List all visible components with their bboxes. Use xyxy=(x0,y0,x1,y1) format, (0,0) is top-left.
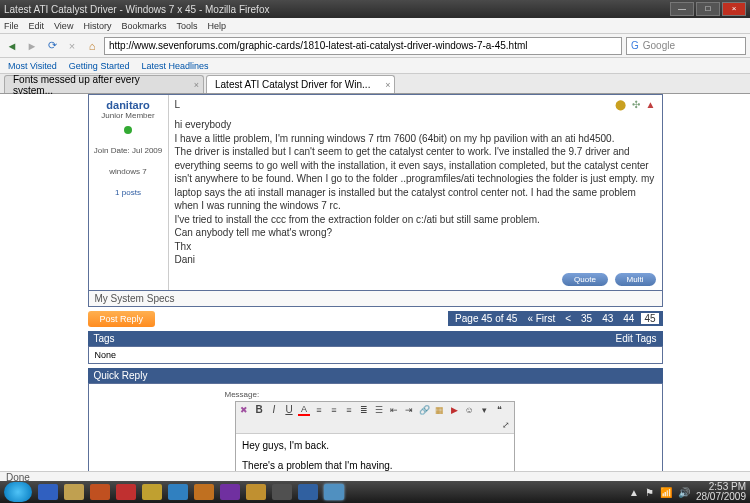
quote-button[interactable]: Quote xyxy=(562,273,608,286)
home-button[interactable]: ⌂ xyxy=(84,38,100,54)
reload-button[interactable]: ⟳ xyxy=(44,38,60,54)
taskbar-yahoo-icon[interactable] xyxy=(220,484,240,500)
menu-edit[interactable]: Edit xyxy=(29,21,45,31)
list-unordered-icon[interactable]: ☰ xyxy=(373,404,385,416)
browser-menubar: File Edit View History Bookmarks Tools H… xyxy=(0,18,750,34)
bookmark-getting-started[interactable]: Getting Started xyxy=(69,61,130,71)
more-icon[interactable]: ▾ xyxy=(478,404,490,416)
post-username[interactable]: danitaro xyxy=(93,99,164,111)
clock-date[interactable]: 28/07/2009 xyxy=(696,492,746,502)
page-link[interactable]: 43 xyxy=(599,313,616,324)
expand-icon[interactable]: ⤢ xyxy=(500,419,512,431)
color-icon[interactable]: A xyxy=(298,404,310,416)
browser-search[interactable]: G Google xyxy=(626,37,746,55)
close-icon[interactable]: × xyxy=(385,80,390,90)
list-ordered-icon[interactable]: ≣ xyxy=(358,404,370,416)
pagination: Page 45 of 45 « First < 35 43 44 45 xyxy=(448,311,662,326)
indent-icon[interactable]: ⇥ xyxy=(403,404,415,416)
align-left-icon[interactable]: ≡ xyxy=(313,404,325,416)
taskbar-firefox-icon[interactable] xyxy=(90,484,110,500)
tray-volume-icon[interactable]: 🔊 xyxy=(678,487,690,498)
browser-toolbar: ◄ ► ⟳ × ⌂ http://www.sevenforums.com/gra… xyxy=(0,34,750,58)
tray-flag-icon[interactable]: ⚑ xyxy=(645,487,654,498)
system-tray: ▲ ⚑ 📶 🔊 2:53 PM 28/07/2009 xyxy=(629,482,746,502)
print-icon[interactable]: ✣ xyxy=(632,99,640,110)
menu-tools[interactable]: Tools xyxy=(176,21,197,31)
taskbar-chrome-icon[interactable] xyxy=(142,484,162,500)
coin-icon[interactable]: ⬤ xyxy=(615,99,626,110)
editor-toolbar: ✖ B I U A ≡ ≡ ≡ ≣ ☰ ⇤ ⇥ 🔗 ▦ ▶ ☺ ▾ xyxy=(236,402,514,434)
edit-tags-link[interactable]: Edit Tags xyxy=(616,333,657,344)
taskbar-opera-icon[interactable] xyxy=(116,484,136,500)
editor-line: There's a problem that I'm having. xyxy=(242,460,508,471)
search-engine-label: Google xyxy=(643,40,675,51)
back-button[interactable]: ◄ xyxy=(4,38,20,54)
underline-icon[interactable]: U xyxy=(283,404,295,416)
smiley-icon[interactable]: ☺ xyxy=(463,404,475,416)
menu-help[interactable]: Help xyxy=(207,21,226,31)
quote-tool-icon[interactable]: ❝ xyxy=(493,404,505,416)
page-prev[interactable]: < xyxy=(562,313,574,324)
tray-network-icon[interactable]: 📶 xyxy=(660,487,672,498)
align-right-icon[interactable]: ≡ xyxy=(343,404,355,416)
close-button[interactable]: × xyxy=(722,2,746,16)
post-reply-button[interactable]: Post Reply xyxy=(88,311,156,327)
minimize-button[interactable]: — xyxy=(670,2,694,16)
browser-tabs: Fonts messed up after every system... × … xyxy=(0,74,750,94)
start-button[interactable] xyxy=(4,482,32,502)
tab-ati-driver[interactable]: Latest ATI Catalyst Driver for Win... × xyxy=(206,75,395,93)
tags-header: Tags Edit Tags xyxy=(88,331,663,346)
video-icon[interactable]: ▶ xyxy=(448,404,460,416)
tray-up-icon[interactable]: ▲ xyxy=(629,487,639,498)
forum-post: danitaro Junior Member Join Date: Jul 20… xyxy=(88,94,663,291)
align-center-icon[interactable]: ≡ xyxy=(328,404,340,416)
system-specs-bar[interactable]: My System Specs xyxy=(88,291,663,307)
menu-view[interactable]: View xyxy=(54,21,73,31)
join-date: Join Date: Jul 2009 xyxy=(93,146,164,155)
post-line: Dani xyxy=(175,253,656,267)
editor-textarea[interactable]: Hey guys, I'm back. There's a problem th… xyxy=(236,434,514,472)
taskbar-app3-icon[interactable] xyxy=(298,484,318,500)
post-line: Can anybody tell me what's wrong? xyxy=(175,226,656,240)
page-link[interactable]: 35 xyxy=(578,313,595,324)
bookmarks-bar: Most Visited Getting Started Latest Head… xyxy=(0,58,750,74)
user-os: windows 7 xyxy=(93,167,164,176)
close-icon[interactable]: × xyxy=(194,80,199,90)
taskbar-explorer-icon[interactable] xyxy=(64,484,84,500)
maximize-button[interactable]: □ xyxy=(696,2,720,16)
taskbar-ie-icon[interactable] xyxy=(38,484,58,500)
taskbar-app4-icon[interactable] xyxy=(324,484,344,500)
bookmark-most-visited[interactable]: Most Visited xyxy=(8,61,57,71)
taskbar-wmp-icon[interactable] xyxy=(194,484,214,500)
image-icon[interactable]: ▦ xyxy=(433,404,445,416)
page-first[interactable]: « First xyxy=(524,313,558,324)
taskbar-app2-icon[interactable] xyxy=(272,484,292,500)
post-line: I have a little problem, I'm running win… xyxy=(175,132,656,146)
page-link[interactable]: 44 xyxy=(620,313,637,324)
post-line: Thx xyxy=(175,240,656,254)
report-icon[interactable]: ▲ xyxy=(646,99,656,110)
url-bar[interactable]: http://www.sevenforums.com/graphic-cards… xyxy=(104,37,622,55)
taskbar-msn-icon[interactable] xyxy=(168,484,188,500)
stop-button[interactable]: × xyxy=(64,38,80,54)
post-count[interactable]: 1 posts xyxy=(93,188,164,197)
menu-history[interactable]: History xyxy=(83,21,111,31)
quick-reply-body: Message: ✖ B I U A ≡ ≡ ≡ ≣ ☰ ⇤ ⇥ 🔗 ▦ xyxy=(88,383,663,472)
window-title: Latest ATI Catalyst Driver - Windows 7 x… xyxy=(4,4,269,15)
forward-button[interactable]: ► xyxy=(24,38,40,54)
message-label: Message: xyxy=(225,390,656,399)
bookmark-latest-headlines[interactable]: Latest Headlines xyxy=(141,61,208,71)
outdent-icon[interactable]: ⇤ xyxy=(388,404,400,416)
multi-button[interactable]: Multi xyxy=(615,273,656,286)
window-titlebar: Latest ATI Catalyst Driver - Windows 7 x… xyxy=(0,0,750,18)
google-icon: G xyxy=(631,40,639,51)
menu-bookmarks[interactable]: Bookmarks xyxy=(121,21,166,31)
link-icon[interactable]: 🔗 xyxy=(418,404,430,416)
tab-fonts[interactable]: Fonts messed up after every system... × xyxy=(4,75,204,93)
menu-file[interactable]: File xyxy=(4,21,19,31)
tab-label: Fonts messed up after every system... xyxy=(13,74,179,96)
bold-icon[interactable]: B xyxy=(253,404,265,416)
italic-icon[interactable]: I xyxy=(268,404,280,416)
remove-format-icon[interactable]: ✖ xyxy=(238,404,250,416)
taskbar-app-icon[interactable] xyxy=(246,484,266,500)
